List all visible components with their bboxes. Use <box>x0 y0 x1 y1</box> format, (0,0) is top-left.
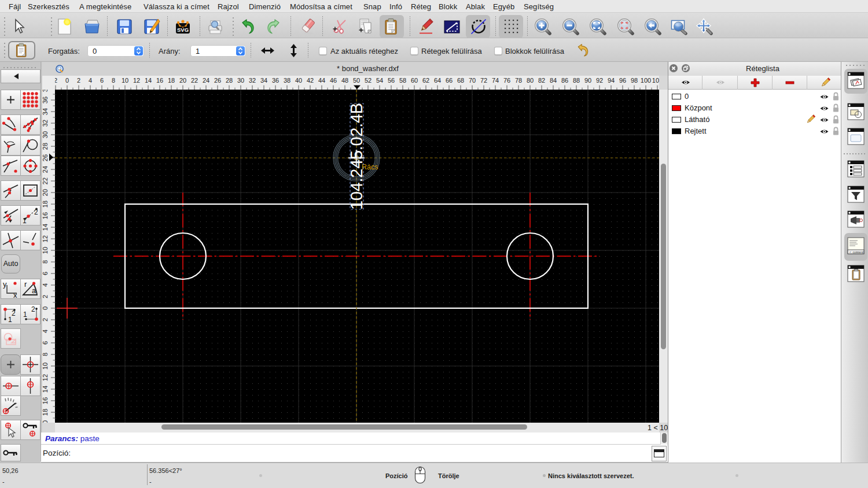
svg-text:62: 62 <box>422 77 429 84</box>
svg-text:76: 76 <box>503 77 510 84</box>
svg-text:1: 1 <box>23 217 27 225</box>
svg-text:8: 8 <box>112 77 115 84</box>
svg-text:100: 100 <box>641 77 651 84</box>
svg-text:6: 6 <box>42 341 49 345</box>
svg-text:SVG: SVG <box>177 27 189 33</box>
svg-text:52: 52 <box>365 77 372 84</box>
svg-text:y: y <box>3 280 7 289</box>
svg-text:32: 32 <box>42 120 49 127</box>
svg-text:38: 38 <box>284 77 290 84</box>
svg-text:22: 22 <box>191 77 198 84</box>
svg-text:16: 16 <box>42 212 49 219</box>
svg-text:20: 20 <box>179 77 186 84</box>
svg-text:24: 24 <box>42 166 49 173</box>
svg-text:14: 14 <box>42 386 49 393</box>
svg-text:40: 40 <box>295 77 302 84</box>
svg-text:22: 22 <box>42 178 49 184</box>
svg-text:8: 8 <box>42 353 49 356</box>
svg-text:46: 46 <box>330 77 337 84</box>
svg-text:18: 18 <box>168 77 175 84</box>
svg-text:58: 58 <box>399 77 406 84</box>
svg-text:74: 74 <box>492 77 499 84</box>
svg-text:4: 4 <box>42 330 49 333</box>
svg-text:96: 96 <box>619 77 626 84</box>
svg-text:0: 0 <box>42 306 49 310</box>
svg-text:34: 34 <box>42 108 49 115</box>
svg-text:10: 10 <box>42 363 49 369</box>
svg-text:< command: < command <box>849 251 864 254</box>
svg-text:0: 0 <box>65 77 69 84</box>
svg-text:2: 2 <box>42 318 49 321</box>
svg-text:6: 6 <box>100 77 104 84</box>
svg-text:34: 34 <box>260 77 267 84</box>
svg-text:70: 70 <box>469 77 476 84</box>
svg-text:8: 8 <box>42 260 49 264</box>
svg-text:20: 20 <box>42 420 49 423</box>
svg-text:92: 92 <box>596 77 603 84</box>
svg-text:2: 2 <box>42 295 49 298</box>
svg-text:2: 2 <box>12 309 16 317</box>
svg-text:30: 30 <box>42 131 49 138</box>
svg-text:86: 86 <box>561 77 568 84</box>
svg-text:26: 26 <box>42 154 49 161</box>
svg-text:38: 38 <box>42 90 49 92</box>
svg-text:72: 72 <box>480 77 487 84</box>
svg-text:2: 2 <box>77 77 80 84</box>
svg-text:56: 56 <box>388 77 395 84</box>
svg-text:14: 14 <box>145 77 152 84</box>
svg-text:12: 12 <box>42 235 49 242</box>
svg-text:82: 82 <box>538 77 545 84</box>
svg-text:6: 6 <box>42 272 49 275</box>
svg-text:18: 18 <box>42 409 49 416</box>
svg-text:88: 88 <box>573 77 580 84</box>
svg-text:90: 90 <box>584 77 591 84</box>
svg-text:44: 44 <box>318 77 325 84</box>
svg-text:16: 16 <box>156 77 163 84</box>
svg-text:30: 30 <box>237 77 244 84</box>
svg-text:102: 102 <box>652 77 659 84</box>
svg-text:4: 4 <box>42 283 49 287</box>
svg-text:36: 36 <box>42 97 49 103</box>
svg-text:12: 12 <box>133 77 140 84</box>
svg-text:1: 1 <box>23 310 27 319</box>
svg-text:26: 26 <box>214 77 221 84</box>
svg-text:50: 50 <box>353 77 360 84</box>
svg-text:48: 48 <box>341 77 348 84</box>
svg-text:54: 54 <box>376 77 383 84</box>
svg-text:20: 20 <box>42 189 49 196</box>
svg-text:64: 64 <box>434 77 441 84</box>
svg-text:32: 32 <box>249 77 256 84</box>
svg-text:80: 80 <box>527 77 534 84</box>
svg-text:94: 94 <box>608 77 615 84</box>
svg-text:2: 2 <box>55 77 57 84</box>
svg-text:a: a <box>32 286 36 295</box>
svg-text:28: 28 <box>42 143 49 150</box>
svg-text:66: 66 <box>446 77 453 84</box>
svg-text:14: 14 <box>42 224 49 231</box>
svg-text:12: 12 <box>42 374 49 381</box>
svg-text:4: 4 <box>89 77 92 84</box>
svg-text:42: 42 <box>307 77 314 84</box>
svg-text:18: 18 <box>42 201 49 208</box>
svg-text:84: 84 <box>550 77 557 84</box>
svg-text:2: 2 <box>34 208 38 216</box>
svg-text:16: 16 <box>42 397 49 404</box>
svg-text:r: r <box>24 280 27 289</box>
svg-text:36: 36 <box>272 77 279 84</box>
svg-text:10: 10 <box>122 77 128 84</box>
svg-text:10: 10 <box>42 247 49 254</box>
svg-text:98: 98 <box>631 77 638 84</box>
svg-text:24: 24 <box>203 77 209 84</box>
svg-text:28: 28 <box>226 77 233 84</box>
svg-text:2: 2 <box>31 305 35 313</box>
svg-text:60: 60 <box>411 77 418 84</box>
svg-text:68: 68 <box>457 77 464 84</box>
svg-text:78: 78 <box>515 77 522 84</box>
svg-text:x: x <box>13 291 17 298</box>
